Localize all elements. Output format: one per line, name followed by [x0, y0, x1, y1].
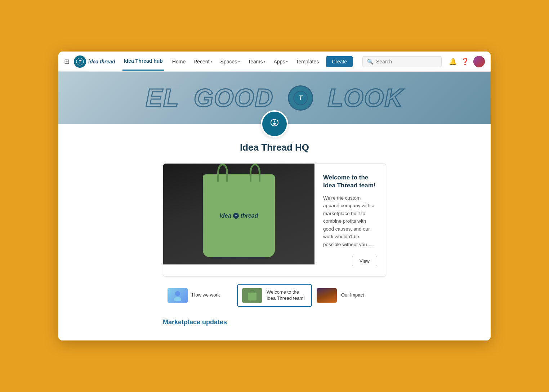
svg-point-9	[174, 297, 181, 301]
thumb-item-0[interactable]: How we work	[163, 284, 237, 307]
hero-word-1: EL	[146, 84, 179, 112]
thumb-image-2	[317, 288, 337, 303]
create-button[interactable]: Create	[326, 56, 353, 67]
apps-chevron: ▾	[286, 59, 288, 63]
teams-link[interactable]: Teams ▾	[244, 57, 269, 67]
marketplace-title: Marketplace updates	[163, 318, 386, 326]
featured-card: idea T thread Welcome to the Idea	[163, 163, 386, 276]
featured-card-body: We're the custom apparel company with a …	[323, 194, 377, 249]
thumb-person	[168, 288, 188, 303]
recent-link[interactable]: Recent ▾	[190, 57, 216, 67]
logo-text: idea thread	[88, 59, 115, 64]
spaces-chevron: ▾	[238, 59, 240, 63]
thumb-label-2: Our impact	[341, 292, 364, 298]
marketplace-section: Marketplace updates	[156, 318, 393, 326]
svg-point-8	[175, 291, 180, 296]
space-title: Idea Thread HQ	[58, 142, 491, 153]
logo-circle: T	[74, 55, 86, 68]
svg-rect-10	[248, 293, 256, 300]
nav-links: Home Recent ▾ Spaces ▾ Teams ▾ Apps ▾ Te…	[169, 56, 353, 67]
bag-handle-left	[217, 164, 228, 182]
thumbnail-row: How we work Welcome to the Idea Thread t…	[156, 284, 393, 307]
bag-shape: idea T thread	[203, 174, 275, 257]
featured-card-content: Welcome to the Idea Thread team! We're t…	[314, 164, 386, 276]
space-logo	[261, 110, 288, 138]
avatar-image	[473, 56, 485, 67]
featured-card-title: Welcome to the Idea Thread team!	[323, 174, 377, 190]
thumb-item-1[interactable]: Welcome to the Idea Thread team!	[237, 284, 312, 307]
view-button[interactable]: View	[352, 256, 377, 266]
page-content: Idea Thread HQ idea T	[58, 110, 491, 340]
featured-section: idea T thread Welcome to the Idea	[156, 163, 393, 276]
bag-image: idea T thread	[163, 164, 314, 264]
featured-title-body: Welcome to the Idea Thread team! We're t…	[323, 174, 377, 248]
hero-word-3: LOOK	[328, 84, 403, 112]
grid-icon[interactable]: ⊞	[64, 58, 70, 66]
featured-card-view-wrap: View	[323, 256, 377, 266]
thumb-image-0	[168, 288, 188, 303]
teams-chevron: ▾	[264, 59, 265, 63]
svg-point-5	[274, 121, 276, 122]
space-logo-wrapper	[58, 110, 491, 138]
browser-window: ⊞ T idea thread Idea Thread hub Home Rec…	[58, 52, 491, 340]
nav-actions: 🔔 ❓	[449, 56, 485, 67]
notification-icon[interactable]: 🔔	[449, 58, 457, 66]
thumb-sky	[317, 288, 337, 303]
hero-word-2: GOOD	[194, 84, 274, 112]
bag-handle-right	[250, 164, 260, 182]
hero-text: EL GOOD T LOOK	[146, 84, 403, 112]
hero-logo: T	[288, 85, 313, 111]
thumb-item-2[interactable]: Our impact	[312, 284, 386, 307]
thumb-image-1	[242, 288, 262, 303]
thumb-label-1: Welcome to the Idea Thread team!	[267, 289, 307, 302]
bag-logo: idea T thread	[220, 213, 258, 219]
nav-logo[interactable]: T idea thread	[74, 55, 115, 68]
search-input[interactable]	[376, 59, 434, 64]
home-link[interactable]: Home	[169, 57, 189, 67]
avatar[interactable]	[473, 56, 485, 67]
templates-link[interactable]: Templates	[292, 57, 322, 67]
thumb-bag	[242, 288, 262, 303]
hub-link[interactable]: Idea Thread hub	[122, 58, 164, 71]
thumb-label-0: How we work	[192, 292, 220, 298]
search-bar[interactable]: 🔍	[362, 56, 442, 67]
recent-chevron: ▾	[211, 59, 213, 63]
help-icon[interactable]: ❓	[461, 58, 469, 66]
search-icon: 🔍	[367, 59, 373, 64]
navbar: ⊞ T idea thread Idea Thread hub Home Rec…	[58, 52, 491, 72]
spaces-link[interactable]: Spaces ▾	[217, 57, 244, 67]
apps-link[interactable]: Apps ▾	[270, 57, 291, 67]
featured-card-image: idea T thread	[163, 164, 314, 264]
